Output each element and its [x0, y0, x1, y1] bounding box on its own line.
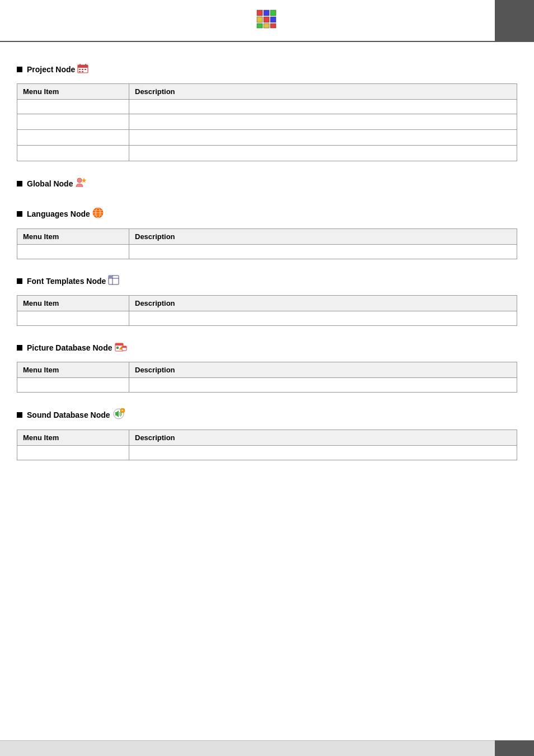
bullet-project	[17, 67, 22, 72]
svg-rect-4	[264, 17, 269, 22]
bottom-bar-right-decoration	[495, 740, 534, 756]
svg-rect-5	[270, 17, 276, 22]
svg-rect-17	[82, 71, 83, 72]
picture-database-node-table: Menu Item Description	[17, 362, 517, 393]
languages-node-icon	[92, 207, 104, 221]
font-table-col2-header: Description	[129, 296, 517, 311]
global-node-icon	[75, 177, 86, 190]
sound-database-node-heading: Sound Database Node	[17, 408, 517, 422]
project-node-label: Project Node	[27, 65, 75, 74]
picture-table-col1-header: Menu Item	[17, 362, 129, 378]
bullet-picture	[17, 345, 22, 351]
project-node-heading: Project Node	[17, 63, 517, 76]
font-templates-node-icon	[108, 275, 119, 287]
table-row	[17, 130, 517, 146]
top-bar	[0, 0, 534, 42]
svg-rect-37	[115, 412, 116, 416]
font-templates-node-heading: Font Templates Node	[17, 275, 517, 287]
languages-table-col2-header: Description	[129, 229, 517, 245]
svg-rect-16	[79, 71, 81, 72]
svg-rect-14	[82, 69, 83, 70]
table-row	[17, 446, 517, 460]
table-row	[17, 146, 517, 161]
bullet-sound	[17, 412, 22, 418]
picture-database-node-icon	[115, 342, 127, 354]
project-table-col2-header: Description	[129, 84, 517, 100]
project-node-table: Menu Item Description	[17, 83, 517, 161]
table-row	[17, 378, 517, 393]
svg-point-18	[77, 178, 82, 183]
svg-rect-3	[257, 17, 263, 22]
font-table-col1-header: Menu Item	[17, 296, 129, 311]
table-row	[17, 114, 517, 130]
sound-database-node-table: Menu Item Description	[17, 430, 517, 460]
svg-rect-34	[122, 346, 127, 348]
project-node-icon	[77, 63, 88, 76]
svg-rect-12	[85, 64, 86, 66]
svg-rect-7	[264, 24, 269, 28]
svg-rect-6	[257, 24, 263, 28]
svg-rect-13	[79, 69, 81, 70]
font-templates-node-table: Menu Item Description	[17, 295, 517, 326]
languages-node-table: Menu Item Description	[17, 228, 517, 259]
sound-database-node-label: Sound Database Node	[27, 410, 110, 419]
bottom-bar	[0, 740, 534, 756]
table-row	[17, 245, 517, 259]
main-content: Project Node Menu Item Description	[0, 42, 534, 493]
header-icon	[256, 9, 278, 32]
languages-node-label: Languages Node	[27, 209, 90, 218]
bullet-font	[17, 278, 22, 284]
table-row	[17, 100, 517, 114]
svg-rect-0	[257, 10, 263, 16]
picture-database-node-heading: Picture Database Node	[17, 342, 517, 354]
svg-rect-28	[109, 276, 112, 278]
svg-rect-1	[264, 10, 269, 16]
svg-rect-10	[78, 65, 88, 68]
top-bar-right-decoration	[495, 0, 534, 42]
global-node-label: Global Node	[27, 179, 73, 188]
svg-rect-15	[85, 69, 86, 70]
languages-node-heading: Languages Node	[17, 207, 517, 221]
svg-rect-2	[270, 10, 276, 16]
bullet-languages	[17, 211, 22, 217]
svg-marker-19	[82, 178, 86, 183]
languages-table-col1-header: Menu Item	[17, 229, 129, 245]
font-templates-node-label: Font Templates Node	[27, 277, 106, 286]
table-row	[17, 311, 517, 326]
sound-database-node-icon	[113, 408, 125, 422]
sound-table-col2-header: Description	[129, 430, 517, 446]
svg-rect-11	[79, 64, 81, 66]
picture-table-col2-header: Description	[129, 362, 517, 378]
global-node-heading: Global Node	[17, 177, 517, 190]
project-table-col1-header: Menu Item	[17, 84, 129, 100]
picture-database-node-label: Picture Database Node	[27, 343, 113, 352]
svg-rect-8	[270, 24, 276, 28]
svg-point-31	[116, 347, 119, 349]
sound-table-col1-header: Menu Item	[17, 430, 129, 446]
bullet-global	[17, 181, 22, 186]
svg-rect-30	[115, 343, 123, 346]
